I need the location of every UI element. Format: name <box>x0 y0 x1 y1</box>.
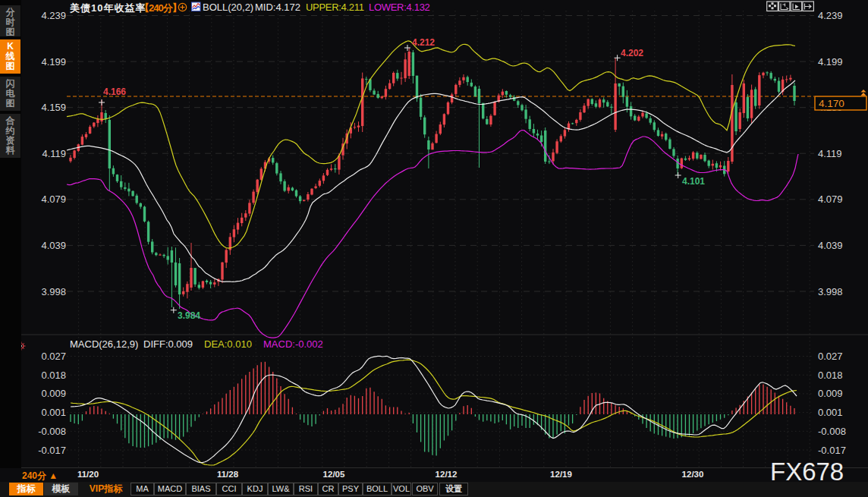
svg-text:0.027: 0.027 <box>41 351 66 362</box>
svg-text:0.018: 0.018 <box>818 370 843 381</box>
svg-text:4.079: 4.079 <box>41 193 66 205</box>
svg-text:-0.008: -0.008 <box>818 426 846 437</box>
svg-text:4.101: 4.101 <box>682 176 705 187</box>
svg-text:0.009: 0.009 <box>41 388 66 399</box>
svg-text:4.199: 4.199 <box>818 56 843 68</box>
svg-text:0.027: 0.027 <box>818 351 843 362</box>
svg-text:4.199: 4.199 <box>41 56 66 68</box>
svg-text:4.202: 4.202 <box>621 48 643 58</box>
svg-text:-0.017: -0.017 <box>818 445 846 456</box>
svg-text:4.239: 4.239 <box>41 10 66 21</box>
svg-text:4.119: 4.119 <box>818 148 842 159</box>
svg-text:0.009: 0.009 <box>818 388 843 399</box>
svg-text:4.039: 4.039 <box>818 240 843 251</box>
svg-text:4.039: 4.039 <box>41 240 66 251</box>
svg-text:0.001: 0.001 <box>41 407 66 418</box>
svg-text:0.001: 0.001 <box>818 407 843 418</box>
svg-text:-0.017: -0.017 <box>38 445 66 456</box>
svg-text:3.998: 3.998 <box>41 286 66 297</box>
svg-text:4.170: 4.170 <box>819 98 844 109</box>
svg-text:4.079: 4.079 <box>818 193 843 205</box>
svg-text:4.119: 4.119 <box>42 148 66 159</box>
svg-text:-0.008: -0.008 <box>38 426 66 437</box>
svg-text:3.998: 3.998 <box>818 286 843 297</box>
svg-text:3.984: 3.984 <box>178 310 200 321</box>
svg-text:4.212: 4.212 <box>412 37 435 48</box>
svg-text:4.166: 4.166 <box>103 87 126 97</box>
svg-text:0.018: 0.018 <box>41 370 66 381</box>
svg-text:4.239: 4.239 <box>818 10 843 21</box>
svg-text:4.159: 4.159 <box>41 102 66 113</box>
